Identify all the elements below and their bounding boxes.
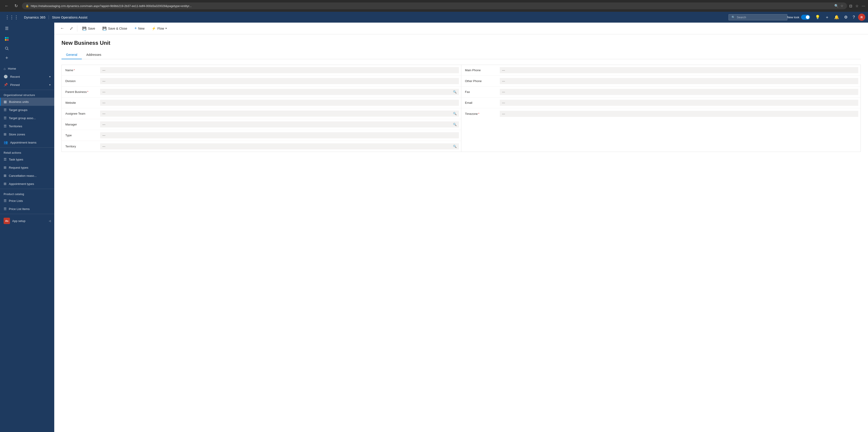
field-email[interactable]: --- [498,97,861,108]
flow-label: Flow [157,27,164,30]
flow-chevron: ▾ [165,27,167,30]
sidebar-item-store-zones[interactable]: ⊞ Store zones [0,130,54,138]
sidebar-item-recent[interactable]: 🕐 Recent ▾ [0,72,54,81]
browser-refresh-btn[interactable]: ↻ [13,2,20,9]
app-setup-chevron: ◁ [49,219,51,222]
sidebar-item-target-groups[interactable]: ☰ Target groups [0,106,54,114]
tab-addresses[interactable]: Addresses [82,51,106,59]
assignee-team-search-icon[interactable]: 🔍 [453,112,457,115]
browser-back-btn[interactable]: ← [3,3,10,9]
store-zones-icon: ⊞ [4,132,6,136]
waffle-icon[interactable]: ⋮⋮⋮ [3,14,21,20]
parent-business-search-icon[interactable]: 🔍 [453,90,457,94]
user-avatar[interactable]: R [858,13,865,21]
field-website[interactable]: --- [98,97,461,108]
field-division[interactable]: --- [98,76,461,86]
task-types-icon: ☰ [4,157,6,161]
form-grid: Name * --- Division --- [61,65,861,152]
svg-rect-2 [5,39,6,41]
new-button[interactable]: + New [131,24,148,32]
manager-search-icon[interactable]: 🔍 [453,123,457,126]
new-look-switch[interactable] [801,15,810,20]
sidebar-target-group-asso-label: Target group asso... [9,116,36,120]
back-button[interactable]: ← [58,25,66,32]
toolbar: ← ⤢ 💾 Save 💾 Save & Close + New ⚡ Flow ▾ [54,23,868,34]
field-other-phone[interactable]: --- [498,76,861,86]
label-fax: Fax [461,87,498,97]
save-button[interactable]: 💾 Save [79,25,98,32]
tab-general[interactable]: General [61,51,82,59]
fax-value: --- [500,89,858,95]
app-setup-item[interactable]: As App setup ◁ [2,216,53,226]
sidebar-appointment-types-label: Appointment types [9,182,34,186]
sidebar-home-label: Home [8,67,16,70]
sidebar-item-price-list-items[interactable]: ☰ Price List Items [0,205,54,213]
sidebar-item-target-group-asso[interactable]: ☰ Target group asso... [0,114,54,122]
sidebar-item-appointment-types[interactable]: ⊞ Appointment types [0,180,54,188]
sidebar-item-price-lists[interactable]: ☰ Price Lists [0,197,54,205]
form-row-other-phone: Other Phone --- [461,76,861,87]
sidebar-item-cancellation-reaso[interactable]: ⊠ Cancellation reaso... [0,172,54,180]
zoom-icon[interactable]: 🔍 [834,4,839,8]
label-email: Email [461,97,498,108]
target-group-asso-icon: ☰ [4,116,6,120]
label-assignee-team: Assignee Team [62,108,98,119]
form-container: New Business Unit General Addresses Name… [54,34,868,432]
sidebar-item-pinned[interactable]: 📌 Pinned ▾ [0,81,54,89]
form-row-assignee-team: Assignee Team --- 🔍 [62,108,461,119]
assignee-team-value: --- 🔍 [100,111,459,117]
sidebar-item-business-units[interactable]: ▦ Business units [0,98,54,106]
territory-search-icon[interactable]: 🔍 [453,145,457,148]
browser-more-icon[interactable]: ⋯ [862,4,865,8]
help-icon[interactable]: ? [851,13,857,21]
field-manager[interactable]: --- 🔍 [98,119,461,130]
new-icon: + [134,26,137,31]
price-lists-icon: ☰ [4,199,6,203]
sidebar-search-icon[interactable] [3,44,11,53]
star-icon[interactable]: ☆ [840,4,843,8]
sidebar-item-appointment-teams[interactable]: 👥 Appointment teams [0,138,54,147]
sidebar-hamburger[interactable]: ☰ [3,24,11,33]
sidebar-item-home[interactable]: ⌂ Home [0,65,54,72]
settings-icon[interactable]: ⚙ [842,13,849,21]
lightbulb-icon[interactable]: 💡 [813,13,822,21]
type-value: --- [100,132,459,138]
sidebar-item-territories[interactable]: ☰ Territories [0,122,54,130]
website-value: --- [100,100,459,106]
field-timezone[interactable]: --- [498,108,861,119]
save-close-label: Save & Close [108,27,127,30]
field-type[interactable]: --- [98,130,461,141]
field-assignee-team[interactable]: --- 🔍 [98,108,461,119]
sidebar-task-types-label: Task types [9,158,23,161]
add-icon[interactable]: ＋ [823,13,831,21]
field-fax[interactable]: --- [498,87,861,97]
sidebar-nav: ⌂ Home 🕐 Recent ▾ 📌 Pinned ▾ Organizatio… [0,64,54,214]
sidebar-item-task-types[interactable]: ☰ Task types [0,155,54,163]
sidebar-item-request-types[interactable]: ⊞ Request types [0,163,54,172]
label-timezone: Timezone * [461,108,498,119]
notification-icon[interactable]: 🔔 [832,13,841,21]
svg-rect-0 [5,37,6,39]
sidebar-plus-icon[interactable]: + [3,54,11,62]
field-name[interactable]: --- [98,65,461,75]
sidebar-apps-icon[interactable] [3,35,11,43]
form-row-type: Type --- [62,130,461,141]
field-parent-business[interactable]: --- 🔍 [98,87,461,97]
field-territory[interactable]: --- 🔍 [98,141,461,152]
label-division: Division [62,76,98,86]
browser-fav-icon[interactable]: ☆ [855,4,859,8]
form-title: New Business Unit [61,40,861,46]
header-search[interactable]: 🔍 Search [728,14,787,20]
svg-line-5 [8,49,8,50]
sidebar-bottom: As App setup ◁ [0,214,54,228]
app-header: ⋮⋮⋮ Dynamics 365 Store Operations Assist… [0,12,868,23]
app-setup-label: App setup [12,219,26,223]
territory-value: --- 🔍 [100,143,459,149]
expand-button[interactable]: ⤢ [67,25,75,32]
save-close-button[interactable]: 💾 Save & Close [99,25,130,32]
field-main-phone[interactable]: --- [498,65,861,75]
label-type: Type [62,130,98,141]
browser-split-view-icon[interactable]: ⊡ [849,4,852,8]
flow-button[interactable]: ⚡ Flow ▾ [149,25,170,32]
svg-rect-3 [7,39,8,41]
